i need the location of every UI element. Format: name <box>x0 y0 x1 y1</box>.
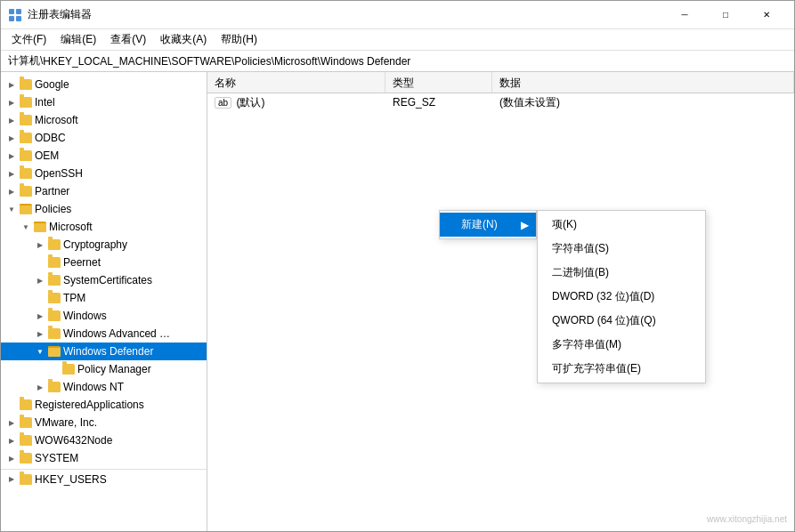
expander-windows-advanced[interactable]: ▶ <box>33 326 47 341</box>
folder-icon-windows-advanced <box>47 326 61 341</box>
expander-policies-microsoft[interactable]: ▼ <box>19 220 33 234</box>
folder-icon-odbc <box>19 131 33 145</box>
main-content: ▶ Google ▶ Intel ▶ Microsoft ▶ ODBC <box>1 72 794 531</box>
tree-item-intel[interactable]: ▶ Intel <box>1 93 207 111</box>
tree-item-windows-defender[interactable]: ▼ Windows Defender <box>1 343 207 360</box>
expander-hkey-users[interactable]: ▶ <box>4 472 19 487</box>
new-submenu: 项(K) 字符串值(S) 二进制值(B) DWORD (32 位)值(D) QW… <box>537 210 706 383</box>
expander-intel[interactable]: ▶ <box>4 95 19 109</box>
title-bar: 注册表编辑器 ─ □ ✕ <box>1 1 794 29</box>
tree-item-vmware[interactable]: ▶ VMware, Inc. <box>1 414 207 431</box>
tree-item-microsoft[interactable]: ▶ Microsoft <box>1 111 207 129</box>
tree-item-systemcerts[interactable]: ▶ SystemCertificates <box>1 271 207 289</box>
expander-microsoft[interactable]: ▶ <box>4 113 19 127</box>
tree-label-intel: Intel <box>35 96 55 109</box>
expander-windows-nt[interactable]: ▶ <box>33 380 47 394</box>
expander-windows[interactable]: ▶ <box>33 309 47 323</box>
tree-item-peernet[interactable]: ▶ Peernet <box>1 254 207 271</box>
expander-policies[interactable]: ▼ <box>4 202 19 216</box>
folder-icon-tpm <box>47 291 61 305</box>
app-icon <box>8 8 22 22</box>
new-item-expandable-string[interactable]: 可扩充字符串值(E) <box>538 357 705 381</box>
folder-icon-policies <box>19 202 33 216</box>
tree-label-tpm: TPM <box>63 292 85 304</box>
tree-item-windows-nt[interactable]: ▶ Windows NT <box>1 378 207 396</box>
tree-item-cryptography[interactable]: ▶ Cryptography <box>1 236 207 254</box>
folder-icon-vmware <box>19 415 33 430</box>
table-row[interactable]: ab (默认) REG_SZ (数值未设置) <box>207 93 794 111</box>
tree-item-wow6432[interactable]: ▶ WOW6432Node <box>1 431 207 449</box>
folder-icon-partner <box>19 184 33 198</box>
expander-cryptography[interactable]: ▶ <box>33 238 47 252</box>
menu-edit[interactable]: 编辑(E) <box>53 30 103 49</box>
expander-oem[interactable]: ▶ <box>4 149 19 163</box>
tree-item-partner[interactable]: ▶ Partner <box>1 182 207 200</box>
tree-label-peernet: Peernet <box>63 256 101 269</box>
expander-windows-defender[interactable]: ▼ <box>33 344 47 359</box>
new-item-dword[interactable]: DWORD (32 位)值(D) <box>538 285 705 309</box>
tree-label-oem: OEM <box>35 149 59 162</box>
tree-item-policy-manager[interactable]: ▶ Policy Manager <box>1 360 207 378</box>
registry-values-panel: 名称 类型 数据 ab (默认) REG_SZ (数值未设置) <box>207 72 794 531</box>
close-button[interactable]: ✕ <box>746 1 787 29</box>
expander-vmware[interactable]: ▶ <box>4 415 19 430</box>
col-header-type[interactable]: 类型 <box>385 72 492 93</box>
svg-rect-2 <box>9 16 14 21</box>
new-item-key[interactable]: 项(K) <box>538 213 705 237</box>
cell-type: REG_SZ <box>385 94 492 110</box>
col-header-data[interactable]: 数据 <box>492 72 794 93</box>
tree-item-policies[interactable]: ▼ Policies <box>1 200 207 218</box>
tree-item-oem[interactable]: ▶ OEM <box>1 147 207 165</box>
tree-item-windows[interactable]: ▶ Windows <box>1 307 207 325</box>
registry-tree[interactable]: ▶ Google ▶ Intel ▶ Microsoft ▶ ODBC <box>1 72 207 531</box>
expander-systemcerts[interactable]: ▶ <box>33 273 47 287</box>
parent-menu: 新建(N) ▶ <box>439 210 537 239</box>
tree-item-policies-microsoft[interactable]: ▼ Microsoft <box>1 218 207 236</box>
folder-icon-windows <box>47 309 61 323</box>
tree-label-vmware: VMware, Inc. <box>35 416 97 429</box>
maximize-button[interactable]: □ <box>705 1 746 29</box>
tree-item-registered-apps[interactable]: ▶ RegisteredApplications <box>1 396 207 414</box>
tree-item-tpm[interactable]: ▶ TPM <box>1 289 207 307</box>
new-item-string[interactable]: 字符串值(S) <box>538 237 705 261</box>
tree-label-policies-microsoft: Microsoft <box>49 221 93 233</box>
tree-item-odbc[interactable]: ▶ ODBC <box>1 129 207 147</box>
new-item-binary[interactable]: 二进制值(B) <box>538 261 705 285</box>
tree-label-system: SYSTEM <box>35 452 78 464</box>
tree-item-openssh[interactable]: ▶ OpenSSH <box>1 165 207 182</box>
new-item-qword[interactable]: QWORD (64 位)值(Q) <box>538 309 705 333</box>
tree-label-cryptography: Cryptography <box>63 238 127 251</box>
folder-icon-wow6432 <box>19 433 33 447</box>
col-header-name[interactable]: 名称 <box>207 72 385 93</box>
new-menu-item[interactable]: 新建(N) ▶ <box>440 213 536 237</box>
menu-bar: 文件(F) 编辑(E) 查看(V) 收藏夹(A) 帮助(H) <box>1 29 794 51</box>
folder-icon-oem <box>19 149 33 163</box>
new-item-multi-string[interactable]: 多字符串值(M) <box>538 333 705 357</box>
menu-help[interactable]: 帮助(H) <box>214 30 264 49</box>
minimize-button[interactable]: ─ <box>664 1 705 29</box>
expander-partner[interactable]: ▶ <box>4 184 19 198</box>
menu-view[interactable]: 查看(V) <box>103 30 153 49</box>
folder-icon-policy-manager <box>61 362 76 376</box>
folder-icon-system <box>19 451 33 465</box>
tree-label-openssh: OpenSSH <box>35 167 83 180</box>
tree-label-policy-manager: Policy Manager <box>77 363 151 375</box>
tree-label-systemcerts: SystemCertificates <box>63 274 152 286</box>
menu-file[interactable]: 文件(F) <box>4 30 53 49</box>
menu-favorites[interactable]: 收藏夹(A) <box>153 30 214 49</box>
row-name-text: (默认) <box>236 96 264 109</box>
tree-item-windows-advanced[interactable]: ▶ Windows Advanced … <box>1 325 207 343</box>
window-controls: ─ □ ✕ <box>664 1 787 29</box>
tree-item-google[interactable]: ▶ Google <box>1 76 207 93</box>
tree-label-windows-nt: Windows NT <box>63 381 124 393</box>
window-title: 注册表编辑器 <box>28 7 664 22</box>
expander-google[interactable]: ▶ <box>4 77 19 92</box>
expander-wow6432[interactable]: ▶ <box>4 433 19 447</box>
expander-openssh[interactable]: ▶ <box>4 166 19 181</box>
tree-item-hkey-users[interactable]: ▶ HKEY_USERS <box>1 469 207 487</box>
tree-item-system[interactable]: ▶ SYSTEM <box>1 449 207 467</box>
svg-rect-0 <box>9 9 14 14</box>
expander-odbc[interactable]: ▶ <box>4 131 19 145</box>
expander-system[interactable]: ▶ <box>4 451 19 465</box>
folder-icon-systemcerts <box>47 273 61 287</box>
